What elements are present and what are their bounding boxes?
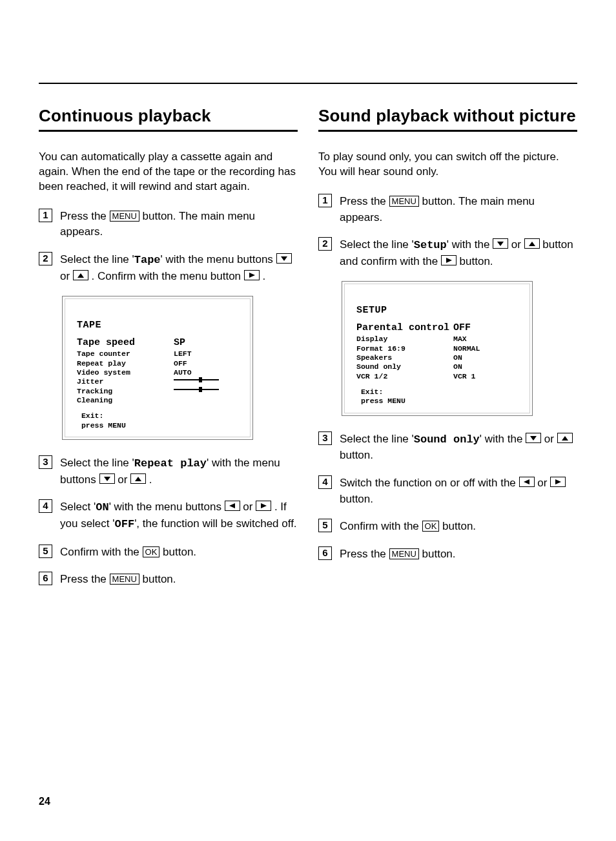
ok-button-label: OK bbox=[143, 546, 160, 557]
osd-row: Tracking bbox=[77, 387, 238, 396]
osd-row: Tape counterLEFT bbox=[77, 349, 238, 358]
step-number: 1 bbox=[318, 194, 332, 207]
osd-row: VCR 1/2VCR 1 bbox=[356, 372, 518, 381]
osd-key: Sound only bbox=[356, 362, 453, 371]
onscreen-tape: TAPE Tape speedSP Tape counterLEFTRepeat… bbox=[62, 296, 253, 440]
step-text: Press the MENU button. The main menu app… bbox=[60, 209, 298, 240]
menu-line-setup: Setup bbox=[414, 239, 447, 251]
osd-row: Sound onlyON bbox=[356, 362, 518, 371]
up-arrow-icon bbox=[557, 433, 573, 443]
step-text: Press the MENU button. The main menu app… bbox=[340, 194, 577, 225]
osd-value: NORMAL bbox=[453, 344, 480, 353]
menu-button-label: MENU bbox=[389, 548, 419, 559]
osd-exit: Exit: press MENU bbox=[77, 411, 238, 430]
step-number: 4 bbox=[39, 499, 52, 513]
step-row: 5 Confirm with the OK button. bbox=[318, 519, 577, 535]
steps-list-right-cont: 3 Select the line 'Sound only' with the … bbox=[318, 431, 577, 563]
step-row: 2 Select the line 'Tape' with the menu b… bbox=[39, 252, 298, 284]
step-text: Select the line 'Sound only' with the or… bbox=[340, 431, 577, 464]
step-text: Press the MENU button. bbox=[60, 572, 176, 588]
osd-key: Display bbox=[356, 335, 453, 344]
section-rule bbox=[318, 130, 577, 132]
osd-key: Format 16:9 bbox=[356, 344, 453, 353]
down-arrow-icon bbox=[493, 238, 508, 249]
step-number: 5 bbox=[318, 519, 332, 532]
section-heading-continuous: Continuous playback bbox=[39, 106, 298, 126]
intro-text: You can automatically play a cassette ag… bbox=[39, 150, 298, 194]
osd-key: Jitter bbox=[77, 377, 174, 386]
right-arrow-icon bbox=[256, 501, 271, 511]
osd-row: Jitter bbox=[77, 377, 238, 386]
menu-button-label: MENU bbox=[389, 196, 419, 207]
osd-value: OFF bbox=[174, 359, 187, 368]
osd-key: VCR 1/2 bbox=[356, 372, 453, 381]
osd-title: SETUP bbox=[356, 305, 518, 316]
osd-key: Tracking bbox=[77, 387, 174, 396]
step-number: 2 bbox=[318, 237, 332, 251]
steps-list-left: 1 Press the MENU button. The main menu a… bbox=[39, 209, 298, 285]
step-row: 3 Select the line 'Repeat play' with the… bbox=[39, 455, 298, 488]
osd-key: Tape counter bbox=[77, 349, 174, 358]
menu-line-repeat-play: Repeat play bbox=[134, 457, 207, 470]
left-column: Continuous playback You can automaticall… bbox=[39, 106, 298, 599]
osd-row: Tape speedSP bbox=[77, 337, 238, 349]
down-arrow-icon bbox=[99, 473, 115, 484]
section-heading-sound: Sound playback without picture bbox=[318, 106, 577, 126]
osd-row: DisplayMAX bbox=[356, 335, 518, 344]
osd-value: VCR 1 bbox=[453, 372, 476, 381]
step-number: 6 bbox=[39, 572, 52, 585]
osd-row: Repeat playOFF bbox=[77, 359, 238, 368]
osd-row: SpeakersON bbox=[356, 353, 518, 362]
page-number: 24 bbox=[39, 796, 50, 807]
osd-key: Cleaning bbox=[77, 396, 174, 405]
osd-key: Speakers bbox=[356, 353, 453, 362]
step-row: 4 Switch the function on or off with the… bbox=[318, 475, 577, 507]
step-text: Select the line 'Repeat play' with the m… bbox=[60, 455, 298, 488]
osd-row: Video systemAUTO bbox=[77, 368, 238, 377]
step-number: 4 bbox=[318, 475, 332, 489]
menu-line-tape: Tape bbox=[134, 254, 161, 266]
onscreen-setup: SETUP Parental controlOFF DisplayMAXForm… bbox=[342, 281, 533, 415]
right-arrow-icon bbox=[550, 477, 566, 487]
right-arrow-icon bbox=[244, 270, 260, 280]
value-off: OFF bbox=[115, 518, 135, 530]
top-rule bbox=[39, 83, 577, 84]
osd-row: Parental controlOFF bbox=[356, 322, 518, 335]
osd-title: TAPE bbox=[77, 320, 238, 331]
intro-text: To play sound only, you can switch off t… bbox=[318, 150, 577, 180]
down-arrow-icon bbox=[526, 433, 541, 443]
step-row: 6 Press the MENU button. bbox=[318, 546, 577, 563]
section-rule bbox=[39, 130, 298, 132]
step-row: 3 Select the line 'Sound only' with the … bbox=[318, 431, 577, 464]
step-text: Switch the function on or off with the o… bbox=[340, 475, 577, 507]
value-on: ON bbox=[96, 501, 108, 514]
step-number: 2 bbox=[39, 252, 52, 265]
osd-key: Repeat play bbox=[77, 359, 174, 368]
step-text: Select the line 'Tape' with the menu but… bbox=[60, 252, 298, 284]
step-number: 1 bbox=[39, 209, 52, 222]
step-number: 3 bbox=[39, 455, 52, 469]
up-arrow-icon bbox=[73, 270, 88, 280]
step-text: Confirm with the OK button. bbox=[60, 545, 196, 561]
step-text: Confirm with the OK button. bbox=[340, 519, 476, 535]
osd-value: AUTO bbox=[174, 368, 192, 377]
up-arrow-icon bbox=[524, 238, 540, 249]
menu-button-label: MENU bbox=[110, 574, 139, 585]
step-text: Select 'ON' with the menu buttons or . I… bbox=[60, 499, 298, 532]
right-arrow-icon bbox=[441, 255, 457, 265]
osd-slider bbox=[174, 387, 219, 392]
down-arrow-icon bbox=[276, 253, 292, 264]
osd-key: Video system bbox=[77, 368, 174, 377]
step-row: 2 Select the line 'Setup' with the or bu… bbox=[318, 237, 577, 269]
step-row: 6 Press the MENU button. bbox=[39, 572, 298, 588]
right-column: Sound playback without picture To play s… bbox=[318, 106, 577, 599]
manual-page: Continuous playback You can automaticall… bbox=[0, 0, 616, 841]
step-number: 5 bbox=[39, 545, 52, 558]
step-text: Press the MENU button. bbox=[340, 546, 456, 563]
osd-exit: Exit: press MENU bbox=[356, 388, 518, 406]
step-text: Select the line 'Setup' with the or butt… bbox=[340, 237, 577, 269]
step-number: 3 bbox=[318, 431, 332, 445]
osd-row: Cleaning bbox=[77, 396, 238, 405]
up-arrow-icon bbox=[130, 473, 146, 484]
left-arrow-icon bbox=[225, 501, 240, 511]
